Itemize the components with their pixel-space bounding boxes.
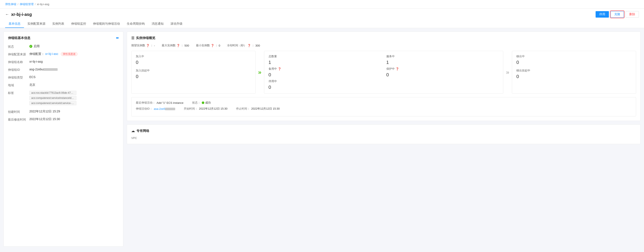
- leaving-hold-value: 0: [516, 74, 632, 79]
- success-dot-icon: [202, 101, 204, 104]
- create-time-row: 创建时间 2022年12月12日 15:29: [8, 110, 119, 114]
- standby-help-icon[interactable]: ❓: [278, 67, 281, 71]
- serving-label: 服务中: [386, 55, 499, 58]
- breadcrumb-sep-1: /: [18, 3, 18, 6]
- tags-value: acs:ros:stackId:77613ac6-06de-47ed... ac…: [29, 91, 119, 106]
- back-button[interactable]: ←: [5, 12, 9, 17]
- clone-button[interactable]: 克隆: [610, 11, 624, 18]
- leaving-hold-label: 移出挂起中: [516, 69, 632, 73]
- min-value: 0: [219, 44, 220, 47]
- standby-item: 备用中 ❓ 0: [268, 67, 381, 78]
- config-source-value: 伸缩配置： xr-bj-i-asc 弹性强度差: [29, 52, 119, 56]
- stopped-value: 0: [268, 85, 381, 90]
- modified-time-value: 2022年12月12日 15:30: [29, 117, 119, 121]
- max-help-icon[interactable]: ❓: [176, 44, 180, 47]
- panel-title-text: 伸缩组基本信息: [8, 36, 30, 40]
- activity-title-value: Add "1" ECS instance: [156, 101, 184, 104]
- region-label: 地域: [8, 83, 29, 87]
- tab-list[interactable]: 实例列表: [49, 20, 68, 28]
- config-link[interactable]: xr-bj-i-asc: [45, 52, 58, 56]
- tags-row: 标签 acs:ros:stackId:77613ac6-06de-47ed...…: [8, 91, 119, 106]
- tabs: 基本信息 实例配置来源 实例列表 伸缩组监控 伸缩规则与伸缩活动 生命周期挂钩 …: [5, 20, 639, 28]
- protected-help-icon[interactable]: ❓: [396, 67, 399, 71]
- serving-value: 1: [386, 60, 499, 65]
- tab-lifecycle[interactable]: 生命周期挂钩: [123, 20, 148, 28]
- status-value: 启用: [29, 44, 119, 48]
- activity-title-item: 最近伸缩活动： Add "1" ECS instance: [136, 101, 184, 105]
- joining-box: 加入中 0 加入挂起中 0: [131, 51, 256, 94]
- region-row: 地域 北京: [8, 83, 119, 87]
- expected-help-icon[interactable]: ❓: [146, 44, 150, 47]
- activity-status-label: 状态：: [192, 101, 200, 105]
- right-panel: ☰ 实例伸缩概览 期望实例数 ❓ ： - 最大实例数 ❓ ： 500: [127, 32, 640, 247]
- stop-button[interactable]: 停用: [596, 11, 609, 18]
- group-name-value: xr-bj-i-asg: [29, 60, 119, 63]
- max-count: 最大实例数 ❓ ： 500: [162, 44, 189, 47]
- tab-basic[interactable]: 基本信息: [5, 20, 24, 28]
- total-value: 1: [268, 60, 381, 65]
- counts-grid: 加入中 0 加入挂起中 0 » 总数量 1 服务中: [131, 51, 636, 94]
- serving-item: 服务中 1: [386, 55, 499, 65]
- tab-monitor[interactable]: 伸缩组监控: [68, 20, 90, 28]
- vpc-card: ☁ 专有网络 VPC: [127, 124, 640, 144]
- min-sep: ：: [215, 44, 218, 47]
- overview-icon: ☰: [131, 36, 134, 40]
- tab-source[interactable]: 实例配置来源: [24, 20, 49, 28]
- group-id-label: 伸缩组ID: [8, 68, 29, 72]
- activity-start-item: 开始时间： 2022年12月12日 15:30: [184, 107, 228, 111]
- tag-item-2: acs:computenest:serviceInstanceId:s...: [29, 96, 76, 100]
- activity-id-label: 伸缩活动ID：: [136, 107, 152, 111]
- elasticity-badge: 弹性强度差: [61, 52, 78, 56]
- joining-hold-value: 0: [136, 74, 251, 79]
- breadcrumb: 弹性伸缩 / 伸缩组管理 / xr-bj-i-asg: [5, 2, 49, 6]
- cooldown-help-icon[interactable]: ❓: [247, 44, 251, 47]
- activity-row-2: 伸缩活动ID： asa-2ze5■■■■■■■ 开始时间： 2022年12月12…: [136, 107, 632, 111]
- group-id-row: 伸缩组ID asg-2zebu■■■■■■■■■■: [8, 68, 119, 72]
- status-dot: [29, 45, 32, 48]
- status-row: 状态 启用: [8, 44, 119, 49]
- instance-overview-card: ☰ 实例伸缩概览 期望实例数 ❓ ： - 最大实例数 ❓ ： 500: [127, 32, 640, 121]
- tab-notify[interactable]: 消息通知: [148, 20, 167, 28]
- group-type-value: ECS: [29, 75, 119, 79]
- activity-card: 最近伸缩活动： Add "1" ECS instance 状态： 成功 伸缩活动…: [131, 97, 636, 116]
- min-help-icon[interactable]: ❓: [211, 44, 214, 47]
- activity-status-item: 状态： 成功: [192, 101, 211, 105]
- group-name-row: 伸缩组名称 xr-bj-i-asg: [8, 60, 119, 64]
- breadcrumb-elastic[interactable]: 弹性伸缩: [5, 2, 16, 6]
- cooldown-sep: ：: [252, 44, 254, 47]
- activity-title-label: 最近伸缩活动：: [136, 101, 155, 105]
- create-time-label: 创建时间: [8, 110, 29, 114]
- page-title-row: ← xr-bj-i-asg 停用 克隆 删除: [5, 11, 639, 20]
- vpc-row: VPC: [131, 136, 636, 140]
- page-header: ← xr-bj-i-asg 停用 克隆 删除 基本信息 实例配置来源 实例列表 …: [0, 9, 644, 28]
- breadcrumb-scaling-group[interactable]: 伸缩组管理: [20, 2, 34, 6]
- leaving-label: 移出中: [516, 55, 632, 58]
- delete-button[interactable]: 删除: [626, 11, 639, 18]
- basic-info-panel: 伸缩组基本信息 ✏ 状态 启用 伸缩配置来源 伸缩配置： xr-bj-i-asc…: [4, 32, 123, 247]
- activity-status-value: 成功: [205, 101, 211, 105]
- max-value: 500: [184, 44, 189, 47]
- joining-hold-label: 加入挂起中: [136, 69, 251, 73]
- group-name-label: 伸缩组名称: [8, 60, 29, 64]
- vpc-title-text: 专有网络: [136, 129, 149, 133]
- stopped-item: 停用中 0: [268, 79, 381, 90]
- tab-rules[interactable]: 伸缩规则与伸缩活动: [90, 20, 123, 28]
- protected-item: 保护中 ❓ 0: [386, 67, 499, 78]
- expected-value: -: [154, 44, 155, 47]
- modified-time-row: 最后修改时间 2022年12月12日 15:30: [8, 117, 119, 122]
- expected-label: 期望实例数: [131, 44, 145, 47]
- tab-rolling[interactable]: 滚动升级: [167, 20, 186, 28]
- edit-icon[interactable]: ✏: [116, 36, 119, 40]
- action-buttons: 停用 克隆 删除: [596, 11, 639, 18]
- max-sep: ：: [181, 44, 184, 47]
- main-content: 伸缩组基本信息 ✏ 状态 启用 伸缩配置来源 伸缩配置： xr-bj-i-asc…: [0, 28, 644, 250]
- arrow-leave: »: [505, 51, 510, 94]
- standby-value: 0: [268, 72, 381, 78]
- tag-item-3: acs:computenest:serviceId:service-b...: [29, 101, 76, 105]
- breadcrumb-bar: 弹性伸缩 / 伸缩组管理 / xr-bj-i-asg: [0, 0, 644, 9]
- leaving-value: 0: [516, 60, 632, 65]
- expected-sep: ：: [150, 44, 153, 47]
- cooldown-label: 冷却时间（秒）: [227, 44, 246, 47]
- activity-id-link[interactable]: asa-2ze5■■■■■■■: [154, 107, 175, 110]
- middle-group: 总数量 1 服务中 1 备用中 ❓ 0: [264, 51, 504, 94]
